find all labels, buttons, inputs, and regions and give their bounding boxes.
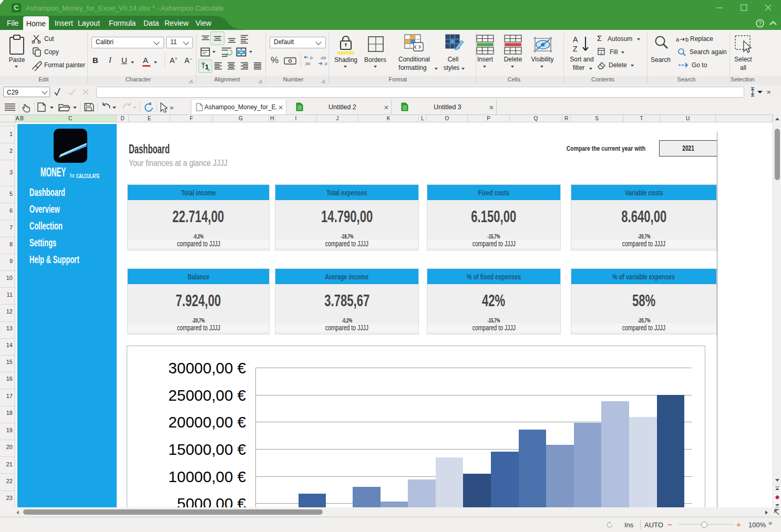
svg-text:a: a bbox=[676, 36, 680, 43]
svg-text:?: ? bbox=[758, 21, 762, 27]
svg-text:.0: .0 bbox=[309, 56, 313, 60]
svg-text:»: » bbox=[170, 103, 173, 111]
svg-text:»: » bbox=[767, 88, 770, 96]
svg-text:.00: .00 bbox=[320, 56, 326, 60]
svg-text:Z: Z bbox=[573, 45, 578, 53]
svg-text:1: 1 bbox=[205, 63, 209, 71]
svg-text:.00: .00 bbox=[304, 61, 311, 66]
svg-text:A: A bbox=[573, 35, 578, 44]
svg-text:b: b bbox=[685, 36, 688, 43]
